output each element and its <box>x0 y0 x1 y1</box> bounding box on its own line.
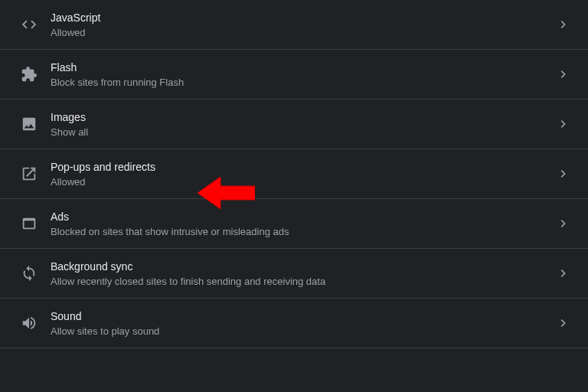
row-title: Ads <box>51 211 554 223</box>
row-text: Images Show all <box>51 111 554 138</box>
photo-icon <box>8 116 51 132</box>
settings-row-flash[interactable]: Flash Block sites from running Flash <box>0 50 588 100</box>
row-subtitle: Allow sites to play sound <box>51 325 554 337</box>
row-subtitle: Allowed <box>51 27 554 38</box>
row-subtitle: Allow recently closed sites to finish se… <box>51 276 554 287</box>
sync-icon <box>8 265 51 282</box>
window-icon <box>8 215 51 232</box>
chevron-right-icon <box>554 319 573 327</box>
settings-row-background-sync[interactable]: Background sync Allow recently closed si… <box>0 249 588 299</box>
row-subtitle: Block sites from running Flash <box>51 77 554 88</box>
settings-row-sound[interactable]: Sound Allow sites to play sound <box>0 299 588 348</box>
row-title: JavaScript <box>51 11 554 24</box>
row-subtitle: Show all <box>51 126 554 138</box>
row-title: Images <box>51 111 554 123</box>
open-in-new-icon <box>8 165 51 182</box>
row-text: Sound Allow sites to play sound <box>51 310 554 337</box>
settings-row-ads[interactable]: Ads Blocked on sites that show intrusive… <box>0 199 588 249</box>
row-title: Pop-ups and redirects <box>51 161 554 173</box>
settings-row-javascript[interactable]: JavaScript Allowed <box>0 0 588 50</box>
settings-row-popups[interactable]: Pop-ups and redirects Allowed <box>0 149 588 199</box>
chevron-right-icon <box>554 21 573 28</box>
chevron-right-icon <box>554 270 573 277</box>
row-text: Background sync Allow recently closed si… <box>51 260 554 287</box>
chevron-right-icon <box>554 220 573 227</box>
code-icon <box>8 16 51 33</box>
row-text: Pop-ups and redirects Allowed <box>51 161 554 188</box>
row-subtitle: Blocked on sites that show intrusive or … <box>51 226 554 237</box>
row-title: Sound <box>51 310 554 322</box>
extension-icon <box>8 66 51 83</box>
row-text: Flash Block sites from running Flash <box>51 61 554 88</box>
settings-list: JavaScript Allowed Flash Block sites fro… <box>0 0 588 348</box>
row-text: JavaScript Allowed <box>51 11 554 38</box>
row-title: Flash <box>51 61 554 74</box>
chevron-right-icon <box>554 120 573 128</box>
row-title: Background sync <box>51 260 554 273</box>
volume-icon <box>8 315 51 332</box>
row-text: Ads Blocked on sites that show intrusive… <box>51 211 554 237</box>
row-subtitle: Allowed <box>51 176 554 188</box>
settings-row-images[interactable]: Images Show all <box>0 100 588 149</box>
chevron-right-icon <box>554 70 573 78</box>
chevron-right-icon <box>554 170 573 178</box>
